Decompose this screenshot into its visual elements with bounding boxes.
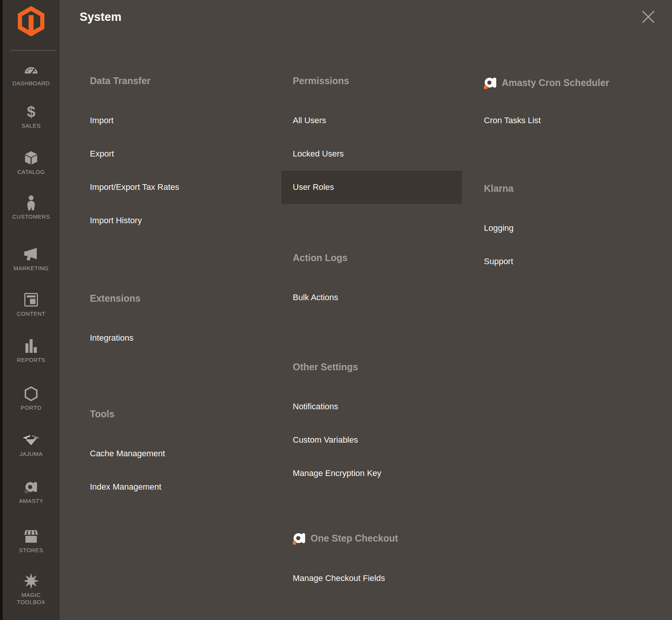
- sidebar-item-catalog[interactable]: CATALOG: [3, 149, 60, 175]
- amasty-icon: [484, 76, 497, 89]
- section-one-step-checkout: One Step Checkout Manage Checkout Fields: [281, 531, 473, 595]
- reports-chart-icon: [3, 337, 60, 355]
- menu-item-custom-variables[interactable]: Custom Variables: [281, 423, 462, 457]
- section-other-settings: Other Settings Notifications Custom Vari…: [281, 361, 473, 490]
- sidebar-item-sales[interactable]: $ SALES: [3, 103, 60, 129]
- close-button[interactable]: [641, 10, 655, 23]
- menu-item-cron-tasks-list[interactable]: Cron Tasks List: [473, 104, 653, 137]
- menu-item-logging[interactable]: Logging: [473, 211, 653, 245]
- menu-item-bulk-actions[interactable]: Bulk Actions: [281, 281, 462, 314]
- section-permissions: Permissions All Users Locked Users User …: [281, 75, 473, 204]
- magento-logo-icon: [18, 6, 44, 36]
- section-title: Other Settings: [281, 361, 473, 373]
- section-amasty-cron-scheduler: Amasty Cron Scheduler Cron Tasks List: [473, 75, 664, 137]
- customers-person-icon: [3, 194, 60, 211]
- admin-sidebar: DASHBOARD $ SALES CATALOG CUSTOMERS: [3, 0, 60, 620]
- dashboard-gauge-icon: [3, 61, 60, 78]
- section-title: Amasty Cron Scheduler: [473, 75, 664, 90]
- content-layout-icon: [3, 291, 60, 308]
- sidebar-item-customers[interactable]: CUSTOMERS: [3, 194, 60, 220]
- catalog-box-icon: [3, 149, 60, 167]
- menu-item-support[interactable]: Support: [473, 245, 653, 278]
- section-title: Klarna: [473, 183, 664, 194]
- sidebar-item-stores[interactable]: STORES: [3, 528, 60, 554]
- amasty-icon: [293, 532, 306, 545]
- sidebar-item-jajuma[interactable]: JAJUMA: [3, 431, 60, 457]
- section-tools: Tools Cache Management Index Management: [79, 408, 270, 504]
- system-menu-panel: System Data Transfer Import Export Impor…: [60, 0, 672, 620]
- sidebar-item-dashboard[interactable]: DASHBOARD: [3, 61, 60, 87]
- page-title: System: [80, 10, 121, 24]
- section-title: Tools: [79, 408, 270, 420]
- sidebar-item-amasty[interactable]: AMASTY: [3, 478, 60, 504]
- section-title: Extensions: [79, 293, 270, 304]
- section-klarna: Klarna Logging Support: [473, 183, 664, 278]
- section-title: Data Transfer: [79, 75, 270, 86]
- menu-item-cache-management[interactable]: Cache Management: [79, 437, 259, 470]
- sidebar-item-content[interactable]: CONTENT: [3, 291, 60, 317]
- menu-item-import-history[interactable]: Import History: [79, 204, 259, 237]
- menu-item-integrations[interactable]: Integrations: [79, 321, 259, 355]
- amasty-icon: [3, 478, 60, 496]
- section-title: Action Logs: [281, 252, 473, 263]
- marketing-megaphone-icon: [3, 246, 60, 263]
- menu-item-import[interactable]: Import: [79, 104, 259, 137]
- menu-item-import-export-tax-rates[interactable]: Import/Export Tax Rates: [79, 171, 259, 204]
- menu-item-locked-users[interactable]: Locked Users: [281, 137, 462, 171]
- section-title: Permissions: [281, 75, 473, 86]
- window-edge: [0, 0, 3, 620]
- magic-toolbox-star-icon: [3, 572, 60, 590]
- porto-hexagon-icon: [3, 385, 60, 402]
- close-x-icon: [642, 11, 655, 23]
- sidebar-item-magic-toolbox[interactable]: MAGIC TOOLBOX: [3, 572, 60, 606]
- menu-item-notifications[interactable]: Notifications: [281, 390, 462, 423]
- menu-item-all-users[interactable]: All Users: [281, 104, 462, 137]
- sidebar-item-marketing[interactable]: MARKETING: [3, 246, 60, 272]
- jajuma-icon: [3, 431, 60, 449]
- sales-dollar-icon: $: [3, 103, 60, 121]
- sidebar-item-reports[interactable]: REPORTS: [3, 337, 60, 363]
- menu-item-export[interactable]: Export: [79, 137, 259, 171]
- magento-logo[interactable]: [3, 6, 60, 36]
- menu-item-index-management[interactable]: Index Management: [79, 470, 259, 504]
- stores-storefront-icon: [3, 528, 60, 545]
- section-title: One Step Checkout: [281, 531, 473, 546]
- section-extensions: Extensions Integrations: [79, 293, 270, 355]
- menu-item-user-roles[interactable]: User Roles: [281, 171, 462, 204]
- section-data-transfer: Data Transfer Import Export Import/Expor…: [79, 75, 270, 237]
- section-action-logs: Action Logs Bulk Actions: [281, 252, 473, 314]
- menu-item-manage-encryption-key[interactable]: Manage Encryption Key: [281, 457, 462, 490]
- menu-item-manage-checkout-fields[interactable]: Manage Checkout Fields: [281, 562, 462, 595]
- sidebar-divider: [11, 50, 56, 51]
- sidebar-item-porto[interactable]: PORTO: [3, 385, 60, 411]
